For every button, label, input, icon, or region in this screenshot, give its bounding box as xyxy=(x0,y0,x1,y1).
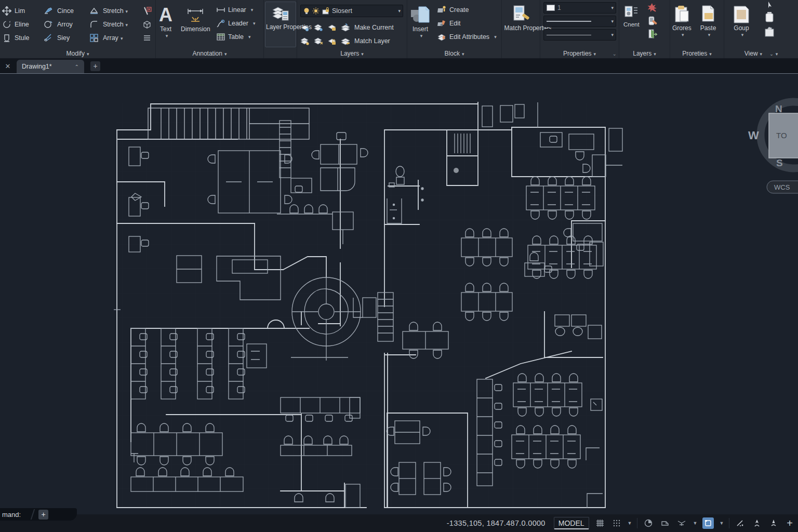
modify-item[interactable]: Siey xyxy=(57,34,87,42)
selection-cycling-icon[interactable] xyxy=(702,517,714,529)
groups-button[interactable]: Grores ▾ xyxy=(672,2,691,50)
command-line[interactable]: mand: + xyxy=(0,508,77,521)
paste-button[interactable]: Paste ▾ xyxy=(699,2,717,50)
dimension-button[interactable]: Dimension xyxy=(181,2,210,50)
close-icon[interactable]: ✕ xyxy=(3,62,12,71)
lineweight-dropdown[interactable]: ▾ xyxy=(543,16,616,27)
table-button[interactable]: Table▾ xyxy=(216,30,255,44)
group-button[interactable]: Goup ▾ xyxy=(732,2,751,50)
panel-label-layers[interactable]: Layers▾ xyxy=(297,50,407,57)
layer-unlock-icon[interactable] xyxy=(327,36,337,46)
isodraft-icon[interactable] xyxy=(676,517,687,529)
layer-current-button[interactable]: Cnent xyxy=(623,4,640,28)
dynamic-ucs-icon[interactable] xyxy=(643,517,654,529)
make-current-button[interactable]: Make Current xyxy=(354,24,394,31)
dynamic-input-icon[interactable] xyxy=(659,517,671,529)
layer-isolate-icon[interactable] xyxy=(314,23,323,32)
explode-icon[interactable] xyxy=(44,33,53,43)
panel-label-modify[interactable]: Modify▾ xyxy=(0,50,155,57)
fillet-icon[interactable] xyxy=(89,20,99,29)
color-dropdown[interactable]: 1 ▾ xyxy=(543,2,616,14)
command-add-button[interactable]: + xyxy=(38,510,48,520)
modify-item[interactable]: Array▾ xyxy=(103,34,140,42)
create-block-button[interactable]: Create xyxy=(437,3,497,17)
chevron-down-icon[interactable]: ▼ xyxy=(719,521,724,526)
panel-label-block[interactable]: Block▾ xyxy=(407,50,501,57)
tool-box-icon[interactable] xyxy=(763,25,776,38)
dimension-icon xyxy=(185,5,206,25)
tool-jar-icon[interactable] xyxy=(763,10,776,24)
viewcube[interactable]: TO N W S WCS xyxy=(742,87,798,197)
color-swatch xyxy=(547,5,555,11)
modify-item[interactable]: Arroy xyxy=(57,21,87,28)
layer-dropdown[interactable]: Slosert ▾ xyxy=(300,5,403,17)
layer-freeze-icon[interactable] xyxy=(314,36,323,46)
viewcube-north[interactable]: N xyxy=(775,103,782,114)
lines-icon[interactable] xyxy=(142,33,152,43)
move-icon[interactable] xyxy=(2,6,11,16)
leader-button[interactable]: Leader▾ xyxy=(216,17,255,30)
layer-properties-button[interactable]: Layer Properties xyxy=(265,2,296,47)
annotation-scale-icon[interactable] xyxy=(735,517,746,529)
lineweight-sample xyxy=(547,21,591,22)
drawing-canvas[interactable]: TO N W S WCS xyxy=(0,74,798,514)
panel-expander-icon[interactable]: ⌄ xyxy=(613,51,617,57)
panel-label-properties[interactable]: Properties▾ ⌄ xyxy=(540,50,619,57)
new-tab-button[interactable]: + xyxy=(90,61,100,71)
wcs-label[interactable]: WCS xyxy=(774,183,790,191)
layer-on-icon[interactable] xyxy=(300,36,310,46)
text-button[interactable]: A Text ▾ xyxy=(159,2,172,50)
panel-layer-properties: Layer Properties xyxy=(264,0,297,58)
modify-item[interactable]: Stule xyxy=(15,34,42,42)
model-space-button[interactable]: MODEL xyxy=(554,517,589,529)
array-icon[interactable] xyxy=(89,33,99,43)
edit-block-button[interactable]: Edit xyxy=(437,17,497,30)
layer-off-icon[interactable] xyxy=(300,23,310,32)
layer-delete-icon[interactable] xyxy=(646,2,658,14)
modify-item[interactable]: Lim xyxy=(15,7,42,15)
scale-icon[interactable] xyxy=(2,33,11,43)
command-divider xyxy=(26,509,35,520)
panel-label-clipboard[interactable]: Proreties▾ xyxy=(670,50,724,57)
layer-match-phone-icon[interactable] xyxy=(646,15,658,26)
edit-block-icon xyxy=(437,19,447,28)
match-properties-button[interactable]: Match Properties xyxy=(503,2,539,50)
panel-label-view[interactable]: View▾⌄▾ xyxy=(724,50,798,57)
box-icon[interactable] xyxy=(142,20,152,29)
copy-icon[interactable] xyxy=(44,6,53,16)
autoscale-icon[interactable] xyxy=(768,517,779,529)
clipboard-icon xyxy=(673,5,690,24)
stretch-icon[interactable] xyxy=(89,6,99,16)
grid-display-icon[interactable] xyxy=(594,517,606,529)
mirror-icon[interactable] xyxy=(44,20,53,29)
insert-button[interactable]: Insert ▾ xyxy=(409,2,431,50)
panel-label-layers2[interactable]: Layers▾ xyxy=(619,50,670,57)
modify-item[interactable]: Cince xyxy=(57,7,87,15)
chevron-up-icon[interactable]: ⌃ xyxy=(75,64,79,70)
cursor-icon[interactable] xyxy=(765,1,774,9)
snap-mode-icon[interactable] xyxy=(611,517,622,529)
annotation-visibility-icon[interactable] xyxy=(751,517,763,529)
trim-icon[interactable] xyxy=(142,6,152,16)
edit-attributes-icon xyxy=(437,32,447,42)
layer-lock-icon[interactable] xyxy=(327,23,337,32)
command-prompt[interactable]: mand: xyxy=(2,511,21,518)
panel-label-annotation[interactable]: Annotation▾ xyxy=(156,50,263,57)
viewcube-south[interactable]: S xyxy=(776,157,783,168)
chevron-down-icon[interactable]: ▼ xyxy=(628,521,632,526)
layer-door-icon[interactable] xyxy=(646,28,658,39)
match-layer-button[interactable]: Match Layer xyxy=(354,37,390,45)
modify-item[interactable]: Stretch▾ xyxy=(103,21,140,28)
customize-statusbar-button[interactable]: + xyxy=(787,517,793,529)
statusbar: -1335,105, 1847.487.0.0000 MODEL ▼ ▼ ▼ + xyxy=(0,514,798,532)
rotate-icon[interactable] xyxy=(2,20,11,29)
chevron-down-icon[interactable]: ▼ xyxy=(693,521,697,526)
modify-item[interactable]: Eline xyxy=(15,21,42,28)
panel-properties: 1 ▾ ▾ ▾ Properties▾ ⌄ xyxy=(540,0,619,58)
linetype-dropdown[interactable]: ▾ xyxy=(543,29,616,41)
linear-button[interactable]: Linear▾ xyxy=(216,3,255,17)
tab-drawing1[interactable]: Drawing1* ⌃ xyxy=(17,60,84,73)
viewcube-west[interactable]: W xyxy=(748,129,759,142)
modify-item[interactable]: Stretch▾ xyxy=(103,7,140,15)
edit-attributes-button[interactable]: Edit Attributes▾ xyxy=(437,30,497,44)
